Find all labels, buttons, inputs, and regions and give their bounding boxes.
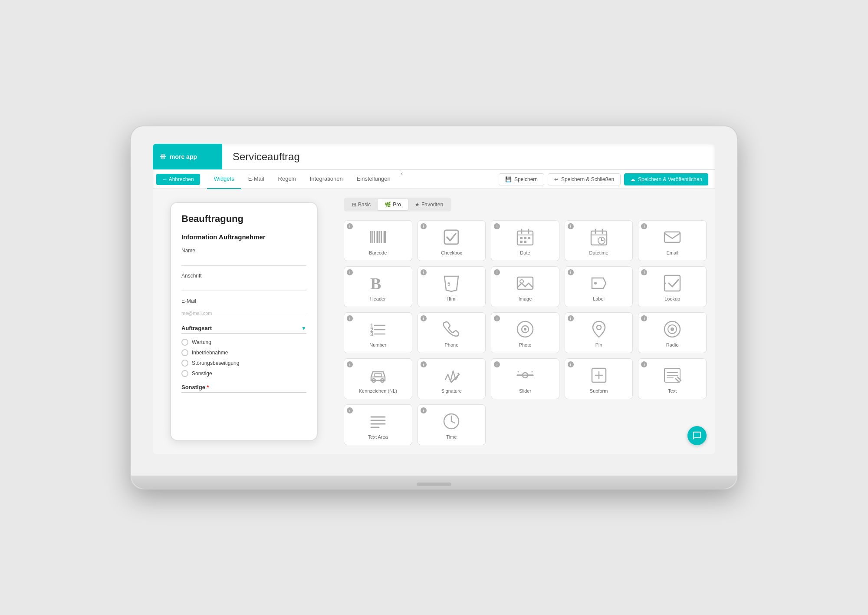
chat-button[interactable] [687,426,707,445]
tab-basic[interactable]: ⊞ Basic [345,199,378,210]
auftragsart-dropdown[interactable]: Auftragsart ▼ [181,323,306,334]
info-icon-number[interactable]: i [347,315,353,321]
tab-pro[interactable]: 🌿 Pro [378,199,408,210]
info-icon-email[interactable]: i [641,223,647,229]
radio-label: Radio [666,342,679,347]
html-icon: 5 [442,274,461,293]
widget-email[interactable]: i Email [638,220,707,261]
anschrift-label: Anschrift [181,273,306,279]
car-icon [368,366,388,385]
info-icon-phone[interactable]: i [421,315,427,321]
kennzeichen-label: Kennzeichen (NL) [359,388,397,393]
widget-image[interactable]: i Image [491,266,559,307]
widget-checkbox[interactable]: i Checkbox [418,220,486,261]
radio-label-stoerung: Störungsbeseitigung [192,360,239,366]
radio-circle-wartung [181,339,188,346]
save-button[interactable]: 💾 Speichern [499,173,544,185]
svg-rect-17 [520,241,523,243]
save-publish-button[interactable]: ☁ Speichern & Veröffentlichen [624,173,708,185]
tab-einstellungen[interactable]: Einstellungen [350,170,398,189]
laptop-base [131,476,737,489]
date-icon [516,228,535,247]
svg-rect-15 [524,237,526,239]
pin-icon [589,320,608,339]
widget-photo[interactable]: i Photo [491,312,559,353]
widget-number[interactable]: i 1 2 3 Num [344,312,412,353]
widget-lookup[interactable]: i Lookup [638,266,707,307]
photo-label: Photo [519,342,532,347]
widget-date[interactable]: i Date [491,220,559,261]
widget-subform[interactable]: i Subform [565,358,633,399]
widget-text[interactable]: i Text [638,358,707,399]
info-icon-checkbox[interactable]: i [421,223,427,229]
radio-label-wartung: Wartung [192,339,211,345]
radio-inbetriebnahme[interactable]: Inbetriebnahme [181,349,306,356]
info-icon-image[interactable]: i [494,269,500,275]
info-icon-kennzeichen[interactable]: i [347,361,353,367]
radio-wartung[interactable]: Wartung [181,339,306,346]
info-icon-date[interactable]: i [494,223,500,229]
image-icon [516,274,535,293]
email-field: E-Mail me@mail.com [181,298,306,316]
tab-widgets[interactable]: Widgets [207,170,241,189]
info-icon-time[interactable]: i [421,407,427,413]
widget-slider[interactable]: i Slider [491,358,559,399]
radio-stoerung[interactable]: Störungsbeseitigung [181,360,306,367]
signature-icon [442,366,461,385]
tab-integrationen[interactable]: Integrationen [303,170,350,189]
label-label: Label [593,296,605,301]
html-label: Html [447,296,457,301]
radio-icon [663,320,682,339]
widget-kennzeichen[interactable]: i Kennzeichen (NL) [344,358,412,399]
date-label: Date [520,250,530,255]
svg-point-49 [457,373,459,374]
info-icon-pin[interactable]: i [568,315,574,321]
info-icon-text[interactable]: i [641,361,647,367]
barcode-icon [368,228,388,247]
sonstige-asterisk: * [207,384,209,390]
info-icon-barcode[interactable]: i [347,223,353,229]
tab-regeln[interactable]: Regeln [271,170,303,189]
info-icon-radio[interactable]: i [641,315,647,321]
datetime-label: Datetime [589,250,608,255]
widget-label[interactable]: i Label [565,266,633,307]
info-icon-header[interactable]: i [347,269,353,275]
info-icon-datetime[interactable]: i [568,223,574,229]
widget-textarea[interactable]: i Text Area [344,404,412,445]
info-icon-label[interactable]: i [568,269,574,275]
logo-icon: ❋ [160,152,166,162]
time-icon [442,412,461,431]
info-icon-slider[interactable]: i [494,361,500,367]
widget-phone[interactable]: i Phone [418,312,486,353]
info-icon-signature[interactable]: i [421,361,427,367]
back-button[interactable]: ← Abbrechen [156,174,200,185]
tab-favoriten[interactable]: ★ Favoriten [408,199,450,210]
tab-email[interactable]: E-Mail [241,170,271,189]
time-label: Time [446,434,457,440]
info-icon-subform[interactable]: i [568,361,574,367]
nav-collapse-button[interactable]: ‹ [398,170,407,189]
phone-label: Phone [444,342,458,347]
widget-radio[interactable]: i Radio [638,312,707,353]
widget-time[interactable]: i Time [418,404,486,445]
widget-datetime[interactable]: i Datetime [565,220,633,261]
laptop-frame: ❋ more app Serviceauftrag ← Abbrechen Wi… [130,126,738,489]
widget-html[interactable]: i 5 Html [418,266,486,307]
save-close-button[interactable]: ↩ Speichern & Schließen [548,173,621,185]
phone-icon [442,320,461,339]
checkbox-icon [442,228,461,247]
widget-header[interactable]: i B Header [344,266,412,307]
widget-signature[interactable]: i Signature [418,358,486,399]
widget-pin[interactable]: i Pin [565,312,633,353]
app-title: Serviceauftrag [233,151,300,163]
info-icon-photo[interactable]: i [494,315,500,321]
info-icon-textarea[interactable]: i [347,407,353,413]
checkbox-label: Checkbox [441,250,462,255]
svg-rect-31 [664,275,680,291]
info-icon-lookup[interactable]: i [641,269,647,275]
radio-sonstige[interactable]: Sonstige [181,370,306,377]
dropdown-label: Auftragsart [181,325,212,331]
info-icon-html[interactable]: i [421,269,427,275]
widget-barcode[interactable]: i Barcode [344,220,412,261]
svg-rect-5 [379,231,380,243]
